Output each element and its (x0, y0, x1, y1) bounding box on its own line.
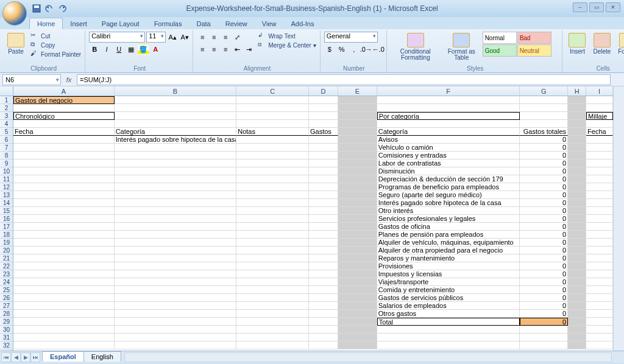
cell[interactable] (309, 341, 338, 349)
cell[interactable] (115, 231, 237, 239)
cell[interactable] (309, 167, 338, 175)
cell[interactable] (568, 215, 586, 223)
cell[interactable]: Alquiler de otra propiedad para el negoc… (377, 247, 520, 254)
cell[interactable] (236, 247, 309, 254)
row-header-10[interactable]: 10 (0, 167, 13, 175)
cell[interactable] (568, 254, 586, 262)
cell[interactable] (115, 215, 237, 223)
cell[interactable] (236, 302, 309, 310)
cell[interactable] (115, 152, 237, 159)
cut-button[interactable]: ✂Cut (29, 32, 82, 40)
cell[interactable]: Planes de pensión para empleados (377, 231, 520, 239)
cell[interactable] (115, 104, 237, 112)
cell[interactable] (338, 278, 377, 286)
horizontal-scrollbar[interactable] (124, 352, 612, 362)
cell[interactable] (13, 270, 115, 278)
cell[interactable] (568, 247, 586, 254)
cell[interactable] (568, 286, 586, 294)
cell[interactable] (115, 341, 237, 349)
row-header-11[interactable]: 11 (0, 175, 13, 183)
cell[interactable] (338, 334, 377, 341)
cell[interactable] (236, 183, 309, 191)
cell[interactable] (338, 254, 377, 262)
cell[interactable]: Servicios profesionales y legales (377, 215, 520, 223)
row-header-27[interactable]: 27 (0, 302, 13, 310)
name-box[interactable]: N6 (2, 74, 61, 85)
cell[interactable] (13, 247, 115, 254)
cell[interactable] (115, 310, 237, 318)
cell[interactable] (115, 199, 237, 207)
cell[interactable] (236, 96, 309, 104)
conditional-formatting-button[interactable]: Conditional Formatting (391, 32, 441, 62)
cell[interactable] (338, 286, 377, 294)
cell[interactable] (338, 341, 377, 349)
border-button[interactable]: ▦ (126, 44, 136, 55)
next-sheet-button[interactable]: ▶ (21, 352, 30, 362)
cell[interactable] (309, 144, 338, 152)
cell[interactable] (520, 96, 568, 104)
cell[interactable]: 0 (520, 175, 568, 183)
cell[interactable] (377, 120, 520, 128)
cell[interactable] (13, 215, 115, 223)
cell[interactable] (338, 152, 377, 159)
cell[interactable] (338, 128, 377, 136)
cell[interactable] (236, 231, 309, 239)
style-good[interactable]: Good (483, 44, 517, 57)
cell[interactable] (338, 191, 377, 199)
cell[interactable] (309, 294, 338, 302)
cell[interactable] (13, 120, 115, 128)
cell[interactable]: 0 (520, 239, 568, 247)
cell[interactable] (309, 247, 338, 254)
cell[interactable] (568, 104, 586, 112)
cell[interactable]: Gastos de oficina (377, 223, 520, 231)
cell[interactable] (520, 334, 568, 341)
underline-button[interactable]: U (113, 44, 124, 55)
cell[interactable] (377, 334, 520, 341)
cell[interactable] (586, 334, 613, 341)
cell[interactable] (586, 286, 613, 294)
cell[interactable] (236, 294, 309, 302)
cell[interactable] (586, 159, 613, 167)
fill-color-button[interactable]: 🪣 (138, 44, 149, 55)
cell[interactable]: Comisiones y entradas (377, 152, 520, 159)
cell[interactable] (236, 286, 309, 294)
row-header-12[interactable]: 12 (0, 183, 13, 191)
cell[interactable] (13, 199, 115, 207)
cell[interactable] (13, 278, 115, 286)
cell[interactable] (338, 207, 377, 215)
cell[interactable] (309, 286, 338, 294)
cell[interactable] (236, 191, 309, 199)
format-cells-button[interactable]: Format (615, 32, 624, 56)
cell[interactable] (13, 159, 115, 167)
cell[interactable] (568, 310, 586, 318)
cell[interactable] (586, 302, 613, 310)
cell[interactable] (115, 254, 237, 262)
col-header-b[interactable]: B (115, 86, 237, 96)
tab-data[interactable]: Data (189, 18, 218, 29)
cell[interactable] (309, 191, 338, 199)
merge-center-button[interactable]: ⧈Merge & Center ▾ (257, 41, 317, 49)
cell[interactable] (377, 96, 520, 104)
align-center-button[interactable]: ≡ (208, 44, 219, 55)
tab-addins[interactable]: Add-Ins (283, 18, 321, 29)
cell[interactable] (586, 167, 613, 175)
cell[interactable] (338, 96, 377, 104)
row-header-2[interactable]: 2 (0, 104, 13, 112)
row-header-30[interactable]: 30 (0, 326, 13, 334)
cell[interactable] (236, 262, 309, 270)
cell[interactable] (520, 326, 568, 334)
cell[interactable] (13, 175, 115, 183)
cell[interactable]: Gastos totales (520, 128, 568, 136)
cell[interactable] (13, 183, 115, 191)
cell[interactable] (568, 120, 586, 128)
row-header-20[interactable]: 20 (0, 247, 13, 254)
cell[interactable] (568, 341, 586, 349)
cell[interactable] (338, 136, 377, 144)
undo-icon[interactable] (44, 4, 54, 13)
cell[interactable] (586, 318, 613, 326)
cell[interactable]: Reparos y mantenimiento (377, 254, 520, 262)
cell[interactable] (520, 104, 568, 112)
cell[interactable]: 0 (520, 310, 568, 318)
row-header-16[interactable]: 16 (0, 215, 13, 223)
save-icon[interactable] (32, 4, 41, 13)
